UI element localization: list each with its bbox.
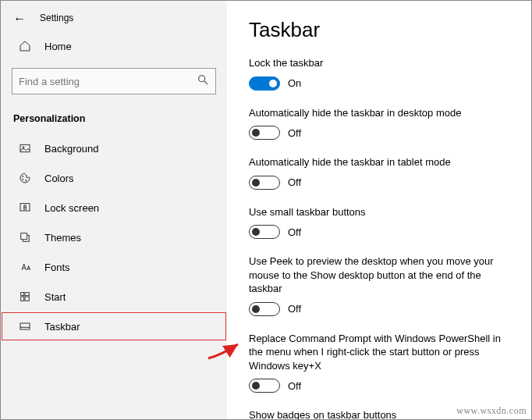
picture-icon (18, 142, 32, 155)
nav-home[interactable]: Home (1, 32, 227, 60)
toggle-state: Off (288, 303, 301, 315)
svg-rect-9 (21, 293, 24, 296)
toggle-row-autohide-desktop: Off (249, 126, 509, 140)
page-title: Taskbar (249, 18, 509, 42)
nav-item-background[interactable]: Background (1, 133, 227, 163)
search-input[interactable] (19, 76, 197, 87)
svg-rect-8 (24, 207, 27, 209)
nav-item-label: Colors (44, 173, 74, 184)
search-box[interactable] (12, 68, 216, 94)
nav-item-colors[interactable]: Colors (1, 163, 227, 193)
search-wrap (1, 60, 227, 102)
setting-label: Replace Command Prompt with Windows Powe… (249, 332, 509, 373)
toggle-small-buttons[interactable] (249, 225, 280, 239)
app-title: Settings (40, 12, 73, 23)
nav-item-taskbar[interactable]: Taskbar (1, 311, 227, 341)
fonts-icon (18, 261, 32, 273)
svg-line-1 (204, 81, 207, 84)
toggle-lock-taskbar[interactable] (249, 77, 280, 91)
nav-item-label: Start (44, 291, 66, 303)
toggle-autohide-tablet[interactable] (249, 176, 280, 190)
start-icon (18, 290, 32, 303)
svg-point-4 (23, 176, 23, 176)
setting-label: Automatically hide the taskbar in tablet… (249, 155, 509, 169)
back-arrow-icon[interactable]: ← (13, 12, 26, 24)
lock-screen-icon (18, 201, 32, 214)
toggle-state: Off (288, 226, 301, 238)
nav-item-fonts[interactable]: Fonts (1, 252, 227, 282)
toggle-peek[interactable] (249, 302, 280, 316)
navigation-pane: ← Settings Home Personalization Backgrou… (1, 1, 227, 419)
svg-point-5 (23, 179, 23, 180)
nav-item-label: Themes (44, 232, 81, 244)
toggle-row-peek: Off (249, 302, 509, 316)
home-icon (18, 40, 32, 52)
section-title: Personalization (1, 102, 227, 133)
search-icon (197, 73, 209, 89)
nav-item-start[interactable]: Start (1, 282, 227, 311)
header-row: ← Settings (1, 1, 227, 32)
nav-item-label: Fonts (44, 262, 70, 273)
svg-rect-10 (25, 293, 29, 296)
toggle-row-small-buttons: Off (249, 225, 509, 239)
setting-label: Use Peek to preview the desktop when you… (249, 254, 509, 296)
svg-point-0 (199, 76, 205, 82)
toggle-row-autohide-tablet: Off (249, 176, 509, 190)
svg-rect-12 (25, 297, 29, 301)
toggle-state: Off (288, 380, 301, 392)
svg-rect-13 (20, 323, 30, 329)
toggle-state: Off (288, 176, 301, 188)
svg-rect-2 (20, 144, 30, 151)
nav-home-label: Home (44, 41, 72, 52)
nav-item-themes[interactable]: Themes (1, 222, 227, 252)
svg-rect-11 (21, 297, 24, 301)
taskbar-icon (18, 320, 32, 333)
setting-label: Use small taskbar buttons (249, 205, 509, 219)
toggle-powershell[interactable] (249, 379, 280, 393)
toggle-state: Off (288, 127, 301, 139)
palette-icon (18, 172, 32, 184)
toggle-state: On (288, 77, 301, 89)
themes-icon (18, 231, 32, 244)
toggle-row-powershell: Off (249, 379, 509, 393)
watermark: www.wsxdn.com (456, 405, 527, 417)
toggle-autohide-desktop[interactable] (249, 126, 280, 140)
nav-item-label: Lock screen (44, 202, 99, 214)
toggle-row-lock-taskbar: On (249, 77, 509, 91)
setting-label: Automatically hide the taskbar in deskto… (249, 106, 509, 120)
nav-item-label: Background (44, 143, 98, 155)
svg-point-6 (26, 180, 27, 181)
nav-item-lock-screen[interactable]: Lock screen (1, 193, 227, 222)
content-pane: Taskbar Lock the taskbar On Automaticall… (227, 1, 531, 419)
nav-item-label: Taskbar (44, 321, 80, 333)
setting-label: Lock the taskbar (249, 56, 509, 70)
